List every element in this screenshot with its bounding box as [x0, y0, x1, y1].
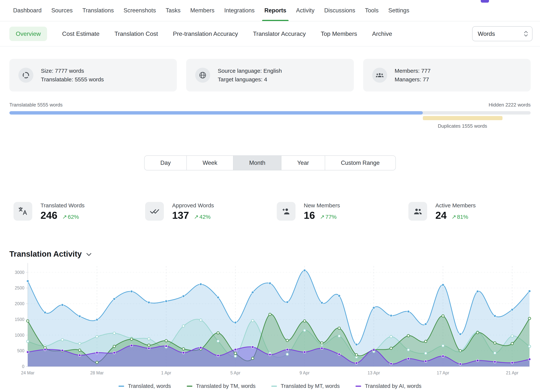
nav-translations[interactable]: Translations: [82, 0, 114, 21]
nav-tools[interactable]: Tools: [365, 0, 379, 21]
svg-text:5 Apr: 5 Apr: [230, 370, 240, 375]
hidden-label: Hidden 2222 words: [489, 102, 531, 108]
tab-cost-estimate[interactable]: Cost Estimate: [62, 30, 99, 37]
chart-legend: Translated, words Translated by TM, word…: [0, 383, 540, 389]
tab-overview[interactable]: Overview: [9, 27, 47, 41]
nav-sources[interactable]: Sources: [51, 0, 73, 21]
svg-text:1500: 1500: [15, 317, 24, 322]
range-custom-button[interactable]: Custom Range: [325, 155, 396, 170]
progress-duplicates-bar: [423, 116, 502, 120]
legend-translated-mt[interactable]: Translated by MT, words: [271, 383, 340, 389]
date-range-switcher: Day Week Month Year Custom Range: [0, 155, 540, 170]
stat-label: Approved Words: [172, 202, 214, 209]
svg-text:13 Apr: 13 Apr: [368, 370, 380, 375]
people-icon: [408, 202, 427, 221]
activity-title: Translation Activity: [9, 249, 82, 258]
chevron-down-icon[interactable]: [86, 253, 91, 256]
legend-label: Translated by MT, words: [281, 383, 340, 389]
tab-top-members[interactable]: Top Members: [321, 30, 357, 37]
nav-activity[interactable]: Activity: [296, 0, 315, 21]
managers-line: Managers: 77: [395, 75, 431, 84]
translation-activity-chart-wrap: 24 Mar28 Mar1 Apr5 Apr9 Apr13 Apr17 Apr2…: [6, 262, 540, 380]
range-week-button[interactable]: Week: [187, 155, 233, 170]
tab-translation-cost[interactable]: Translation Cost: [115, 30, 158, 37]
translatable-line: Translatable: 5555 words: [41, 75, 104, 84]
stat-translated-words: Translated Words 246 ↗62%: [14, 202, 145, 221]
legend-translated[interactable]: Translated, words: [119, 383, 171, 389]
legend-translated-ai[interactable]: Translated by AI, words: [355, 383, 421, 389]
stat-value: 16: [304, 209, 315, 221]
nav-integrations[interactable]: Integrations: [224, 0, 255, 21]
stat-change: 81%: [457, 214, 468, 220]
stat-change: 77%: [325, 214, 337, 220]
svg-text:28 Mar: 28 Mar: [90, 370, 104, 375]
stat-label: Active Members: [435, 202, 476, 209]
stat-value: 246: [40, 209, 57, 221]
progress-circle-icon: [18, 68, 33, 83]
members-line: Members: 777: [395, 67, 431, 75]
nav-screenshots[interactable]: Screenshots: [124, 0, 156, 21]
tab-pre-translation-accuracy[interactable]: Pre-translation Accuracy: [173, 30, 238, 37]
double-check-icon: [145, 202, 164, 221]
trend-up-icon: ↗: [194, 213, 199, 220]
svg-text:1 Apr: 1 Apr: [161, 370, 171, 375]
translate-icon: [14, 202, 32, 221]
report-tabs: Overview Cost Estimate Translation Cost …: [0, 21, 540, 46]
legend-translated-tm[interactable]: Translated by TM, words: [187, 383, 256, 389]
svg-text:24 Mar: 24 Mar: [21, 370, 35, 375]
tab-archive[interactable]: Archive: [372, 30, 392, 37]
size-card: Size: 7777 words Translatable: 5555 word…: [9, 59, 177, 91]
range-month-button[interactable]: Month: [233, 155, 281, 170]
language-card: Source language: English Target language…: [186, 59, 354, 91]
trend-up-icon: ↗: [451, 213, 456, 220]
legend-dash-icon: [119, 386, 124, 387]
stat-label: New Members: [304, 202, 340, 209]
legend-dash-icon: [271, 386, 277, 387]
unit-select[interactable]: Words: [472, 26, 532, 41]
kpi-stats-row: Translated Words 246 ↗62% Approved Words…: [14, 202, 540, 221]
globe-icon: [195, 68, 210, 83]
legend-label: Translated by AI, words: [365, 383, 421, 389]
svg-text:17 Apr: 17 Apr: [437, 370, 449, 375]
svg-text:2500: 2500: [15, 286, 24, 290]
stat-value: 137: [172, 209, 189, 221]
reports-page: Dashboard Sources Translations Screensho…: [0, 0, 540, 392]
size-line: Size: 7777 words: [41, 67, 104, 75]
progress-translatable-fill: [9, 111, 423, 114]
legend-dash-icon: [355, 386, 361, 387]
nav-dashboard[interactable]: Dashboard: [13, 0, 42, 21]
translation-activity-chart[interactable]: 24 Mar28 Mar1 Apr5 Apr9 Apr13 Apr17 Apr2…: [6, 262, 534, 378]
nav-discussions[interactable]: Discussions: [324, 0, 355, 21]
members-icon: [372, 68, 387, 83]
trend-up-icon: ↗: [320, 213, 325, 220]
target-languages-line: Target languages: 4: [218, 75, 282, 84]
partial-element-fragment: [481, 0, 489, 3]
legend-label: Translated, words: [128, 383, 171, 389]
svg-text:2000: 2000: [15, 301, 24, 306]
source-language-line: Source language: English: [218, 67, 282, 75]
tab-translator-accuracy[interactable]: Translator Accuracy: [253, 30, 306, 37]
chevron-up-down-icon: [524, 30, 528, 38]
person-add-icon: [277, 202, 295, 221]
nav-members[interactable]: Members: [190, 0, 215, 21]
activity-header: Translation Activity: [9, 249, 540, 258]
svg-text:0: 0: [22, 364, 24, 369]
stat-change: 62%: [68, 214, 79, 220]
nav-settings[interactable]: Settings: [388, 0, 409, 21]
nav-reports[interactable]: Reports: [264, 0, 286, 21]
svg-text:9 Apr: 9 Apr: [300, 370, 310, 375]
svg-text:3000: 3000: [15, 270, 24, 275]
stat-approved-words: Approved Words 137 ↗42%: [145, 202, 277, 221]
stat-new-members: New Members 16 ↗77%: [277, 202, 408, 221]
svg-text:21 Apr: 21 Apr: [506, 370, 518, 375]
legend-dash-icon: [187, 386, 192, 387]
legend-label: Translated by TM, words: [196, 383, 256, 389]
unit-select-value: Words: [478, 30, 495, 37]
top-nav: Dashboard Sources Translations Screensho…: [0, 0, 540, 21]
words-progress-section: Translatable 5555 words Hidden 2222 word…: [9, 102, 531, 133]
svg-text:1000: 1000: [15, 333, 24, 338]
nav-tasks[interactable]: Tasks: [165, 0, 180, 21]
range-day-button[interactable]: Day: [144, 155, 187, 170]
range-year-button[interactable]: Year: [281, 155, 325, 170]
duplicates-label: Duplicates 1555 words: [438, 123, 487, 129]
